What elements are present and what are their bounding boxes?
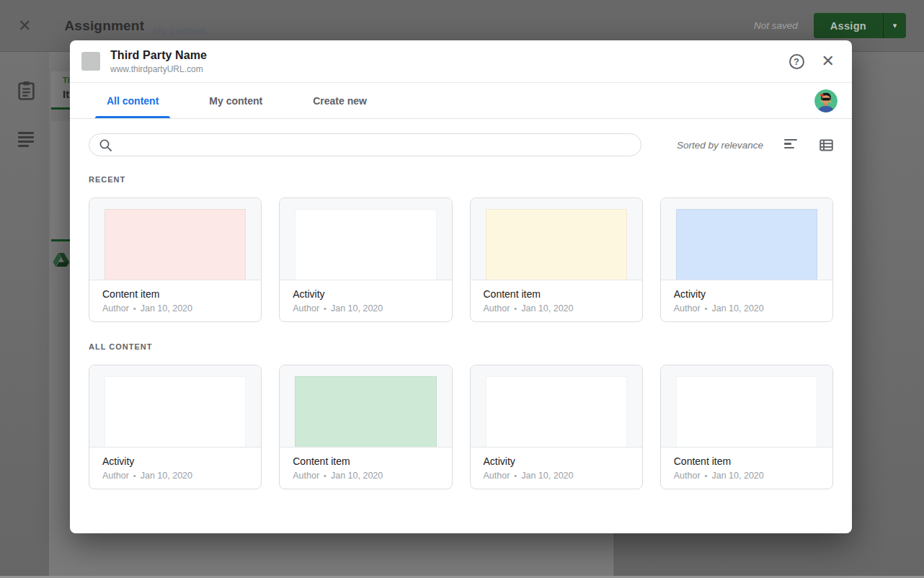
close-icon[interactable]: ✕ bbox=[822, 53, 835, 69]
recent-card-grid: Content item Author•Jan 10, 2020 Activit… bbox=[89, 197, 833, 322]
assign-button[interactable]: Assign ▾ bbox=[814, 13, 906, 38]
content-card[interactable]: Content item Author•Jan 10, 2020 bbox=[89, 197, 262, 322]
content-card[interactable]: Activity Author•Jan 10, 2020 bbox=[279, 197, 452, 322]
card-thumbnail bbox=[280, 365, 451, 448]
tab-bar: All content My content Create new bbox=[70, 83, 852, 119]
card-thumbnail bbox=[471, 198, 642, 280]
card-thumbnail bbox=[89, 365, 261, 448]
description-lines-icon bbox=[18, 132, 34, 149]
search-input[interactable] bbox=[89, 133, 641, 156]
section-heading-all-content: ALL CONTENT bbox=[89, 342, 833, 351]
card-title: Content item bbox=[674, 455, 819, 467]
card-title: Activity bbox=[102, 455, 248, 467]
tab-my-content[interactable]: My content bbox=[197, 83, 274, 118]
app-name: Third Party Name bbox=[110, 49, 207, 62]
dialog-header: Third Party Name www.thirdpartyURL.com ?… bbox=[70, 40, 852, 83]
card-thumbnail bbox=[661, 365, 832, 448]
card-meta: Author•Jan 10, 2020 bbox=[484, 471, 629, 481]
content-card[interactable]: Content item Author•Jan 10, 2020 bbox=[660, 365, 833, 489]
content-card[interactable]: Activity Author•Jan 10, 2020 bbox=[470, 365, 643, 489]
tab-all-content[interactable]: All content bbox=[95, 83, 170, 118]
card-title: Activity bbox=[484, 455, 629, 467]
app-url: www.thirdpartyURL.com bbox=[110, 64, 207, 74]
card-meta: Author•Jan 10, 2020 bbox=[484, 303, 629, 314]
search-icon bbox=[99, 138, 112, 152]
section-heading-recent: RECENT bbox=[89, 175, 833, 184]
card-title: Content item bbox=[293, 455, 438, 467]
clipboard-icon bbox=[17, 81, 35, 100]
content-card[interactable]: Activity Author•Jan 10, 2020 bbox=[660, 197, 833, 322]
drive-icon bbox=[53, 252, 70, 268]
sort-icon[interactable] bbox=[784, 139, 797, 151]
help-icon[interactable]: ? bbox=[789, 54, 804, 69]
all-content-card-grid: Activity Author•Jan 10, 2020 Content ite… bbox=[89, 365, 833, 489]
card-meta: Author•Jan 10, 2020 bbox=[674, 471, 819, 481]
dialog-body: Sorted by relevance RECENT bbox=[70, 119, 852, 533]
content-card[interactable]: Content item Author•Jan 10, 2020 bbox=[279, 365, 452, 489]
card-thumbnail bbox=[661, 198, 832, 280]
save-status-label: Not saved bbox=[754, 20, 798, 31]
content-card[interactable]: Content item Author•Jan 10, 2020 bbox=[470, 197, 643, 322]
card-meta: Author•Jan 10, 2020 bbox=[102, 303, 248, 314]
card-thumbnail bbox=[471, 365, 642, 448]
background-close-icon[interactable]: ✕ bbox=[18, 18, 31, 34]
card-thumbnail bbox=[280, 198, 451, 280]
card-title: Activity bbox=[293, 288, 438, 300]
tab-create-new[interactable]: Create new bbox=[301, 83, 378, 118]
third-party-picker-dialog: Third Party Name www.thirdpartyURL.com ?… bbox=[70, 40, 852, 533]
card-meta: Author•Jan 10, 2020 bbox=[293, 303, 438, 314]
card-meta: Author•Jan 10, 2020 bbox=[102, 471, 248, 481]
content-card[interactable]: Activity Author•Jan 10, 2020 bbox=[89, 365, 262, 489]
card-title: Content item bbox=[484, 288, 629, 300]
assign-dropdown-caret[interactable]: ▾ bbox=[883, 13, 906, 38]
card-meta: Author•Jan 10, 2020 bbox=[674, 303, 819, 314]
ghost-tab-label: My content bbox=[153, 25, 206, 37]
assign-button-label[interactable]: Assign bbox=[814, 13, 883, 38]
card-meta: Author•Jan 10, 2020 bbox=[293, 471, 438, 481]
card-title: Content item bbox=[102, 288, 248, 300]
app-logo-placeholder bbox=[81, 52, 100, 71]
sort-order-label: Sorted by relevance bbox=[677, 140, 763, 151]
background-page-title: Assignment bbox=[64, 18, 144, 34]
card-thumbnail bbox=[89, 198, 261, 280]
view-list-icon[interactable] bbox=[819, 138, 833, 152]
card-title: Activity bbox=[674, 288, 819, 300]
avatar[interactable] bbox=[814, 89, 838, 112]
